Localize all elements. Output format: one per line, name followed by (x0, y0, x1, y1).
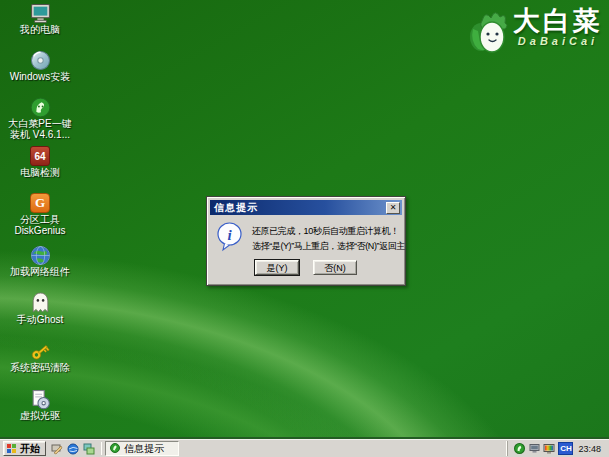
show-desktop-icon[interactable] (50, 442, 63, 455)
task-button-label: 信息提示 (124, 442, 164, 456)
cd-disc-icon (29, 49, 51, 71)
quick-launch (50, 442, 95, 455)
brand-title: 大白菜 (513, 7, 603, 35)
desktop-icon-label: 虚拟光驱 (20, 410, 60, 421)
desktop-icon-diskgenius[interactable]: G 分区工具 DiskGenius (0, 192, 80, 236)
windows-logo-icon (7, 444, 17, 454)
window-switch-icon[interactable] (82, 442, 95, 455)
password-key-icon (29, 340, 51, 362)
dabaicai-tray-icon[interactable] (513, 443, 525, 455)
system-tray: CH 23:48 (507, 441, 606, 456)
tray-clock[interactable]: 23:48 (576, 444, 604, 454)
my-computer-icon (29, 2, 51, 24)
desktop-icon-label: 分区工具 (20, 214, 60, 225)
ghost-icon (29, 292, 51, 314)
taskbar: 开始 信息提示 (0, 439, 609, 457)
dabaicai-pe-icon (29, 96, 51, 118)
diskgenius-icon: G (29, 192, 51, 214)
desktop-icon-ghost[interactable]: 手动Ghost (0, 292, 80, 325)
desktop-icon-virtual-cd[interactable]: 虚拟光驱 (0, 388, 80, 421)
dialog-title: 信息提示 (214, 201, 386, 215)
close-icon[interactable]: ✕ (386, 202, 400, 214)
desktop-icon-label: 大白菜PE一键 (8, 118, 71, 129)
desktop-icon-label: Windows安装 (10, 71, 71, 82)
desktop-icon-my-computer[interactable]: 我的电脑 (0, 2, 80, 35)
desktop-icon-label-line2: DiskGenius (14, 225, 65, 236)
brand-subtitle: DaBaiCai (518, 35, 598, 47)
dabaicai-task-icon (110, 443, 120, 455)
browser-icon[interactable] (66, 442, 79, 455)
dialog-message-line1: 还原已完成，10秒后自动重启计算机！ (252, 224, 406, 239)
info-dialog: 信息提示 ✕ i 还原已完成，10秒后自动重启计算机！ 选择“是(Y)”马上重启… (206, 196, 406, 286)
no-button[interactable]: 否(N) (313, 260, 357, 275)
task-button-info-dialog[interactable]: 信息提示 (105, 441, 179, 456)
cabbage-mascot-icon (469, 7, 511, 59)
virtual-cd-icon (29, 388, 51, 410)
desktop-icon-windows-install[interactable]: Windows安装 (0, 49, 80, 82)
start-button[interactable]: 开始 (3, 441, 46, 456)
pc-status-icon[interactable] (528, 443, 540, 455)
desktop-icon-hardware-check[interactable]: 64 电脑检测 (0, 145, 80, 178)
dialog-titlebar[interactable]: 信息提示 ✕ (210, 200, 402, 215)
desktop-icon-label: 电脑检测 (20, 167, 60, 178)
desktop[interactable]: 大白菜 DaBaiCai 我的电脑 Windows安装 大白菜PE一键 装机 V… (0, 0, 609, 457)
dabaicai-logo: 大白菜 DaBaiCai (469, 7, 603, 59)
desktop-icon-label-line2: 装机 V4.6.1... (10, 129, 70, 140)
yes-button[interactable]: 是(Y) (255, 260, 299, 275)
desktop-icon-label: 手动Ghost (17, 314, 64, 325)
display-settings-icon[interactable] (543, 443, 555, 455)
dialog-message-line2: 选择“是(Y)”马上重启，选择“否(N)”返回主界面。 (252, 239, 406, 254)
desktop-icon-label: 我的电脑 (20, 24, 60, 35)
desktop-icon-label: 系统密码清除 (10, 362, 70, 373)
info-balloon-icon: i (216, 222, 243, 256)
hardware-check-icon: 64 (29, 145, 51, 167)
desktop-icon-network[interactable]: 加载网络组件 (0, 244, 80, 277)
start-label: 开始 (20, 442, 40, 456)
taskbar-divider (101, 442, 102, 455)
desktop-icon-password-clear[interactable]: 系统密码清除 (0, 340, 80, 373)
desktop-icon-dabaicai-pe[interactable]: 大白菜PE一键 装机 V4.6.1... (0, 96, 80, 140)
network-globe-icon (29, 244, 51, 266)
language-indicator[interactable]: CH (558, 442, 573, 455)
desktop-icon-label: 加载网络组件 (10, 266, 70, 277)
